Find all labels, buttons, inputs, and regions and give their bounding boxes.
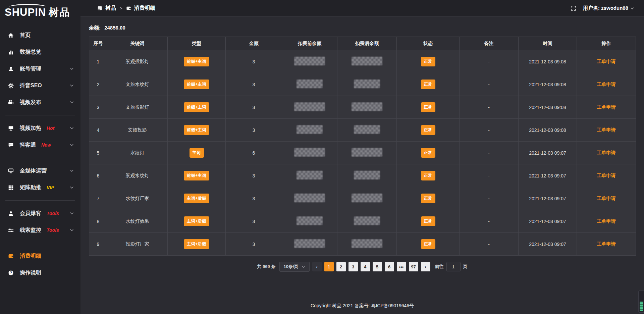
ticket-request-link[interactable]: 工单申请 xyxy=(597,150,616,155)
pagination: 共 969 条 10条/页 ‹ 123456•••97 › 前往 页 xyxy=(80,262,644,272)
sidebar-item-tag: Tools xyxy=(47,211,59,216)
cell-pre-balance xyxy=(282,164,337,187)
sidebar-item-matrix-boost[interactable]: 矩阵助推VIP xyxy=(0,179,80,196)
cell-remark: - xyxy=(460,96,519,119)
browser-extension-widget[interactable] xyxy=(638,291,644,313)
cell-keyword: 文旅投影 xyxy=(107,119,168,142)
page-button-1[interactable]: 1 xyxy=(324,262,334,271)
page-button-97[interactable]: 97 xyxy=(409,262,418,271)
column-header: 备注 xyxy=(460,37,519,50)
sidebar-item-label: 数据总览 xyxy=(20,49,41,56)
sidebar-item-douyin-seo[interactable]: 抖音SEO xyxy=(0,77,80,94)
type-badge: 前缀+主词 xyxy=(184,125,209,135)
cell-type: 主词+后缀 xyxy=(168,233,226,256)
cell-status: 正常 xyxy=(397,119,460,142)
cell-type: 主词+后缀 xyxy=(168,210,226,233)
sidebar-item-label: 消费明细 xyxy=(20,253,41,260)
sidebar-item-home[interactable]: 首页 xyxy=(0,27,80,44)
status-badge: 正常 xyxy=(421,171,435,180)
cell-pre-balance xyxy=(282,233,337,256)
cell-post-balance xyxy=(337,233,397,256)
cell-pre-balance xyxy=(282,73,337,96)
masked-balance-value xyxy=(352,148,382,157)
cell-keyword: 投影灯厂家 xyxy=(107,233,168,256)
cell-post-balance xyxy=(337,73,397,96)
ticket-request-link[interactable]: 工单申请 xyxy=(597,127,616,133)
ticket-request-link[interactable]: 工单申请 xyxy=(597,173,616,178)
cell-type: 前缀+主词 xyxy=(168,96,226,119)
cell-action: 工单申请 xyxy=(577,187,636,210)
topbar: 树品 > 消费明细 用户名: zswodun88 xyxy=(80,0,644,17)
chevron-down-icon xyxy=(69,211,74,216)
ticket-request-link[interactable]: 工单申请 xyxy=(597,59,616,64)
cell-remark: - xyxy=(460,73,519,96)
sidebar-item-member-baoke[interactable]: 会员爆客Tools xyxy=(0,205,80,222)
question-icon: ? xyxy=(8,270,14,276)
page-button-2[interactable]: 2 xyxy=(336,262,346,271)
chevron-down-icon xyxy=(69,125,74,131)
sidebar-item-clue-monitor[interactable]: 线索监控Tools xyxy=(0,222,80,239)
cell-status: 正常 xyxy=(397,73,460,96)
home-icon xyxy=(8,33,14,38)
status-badge: 正常 xyxy=(421,239,435,249)
sidebar-item-video-publish[interactable]: 视频发布 xyxy=(0,94,80,111)
sidebar-item-all-media-operation[interactable]: 全媒体运营 xyxy=(0,162,80,179)
masked-balance-value xyxy=(297,125,323,134)
sidebar-item-douketong[interactable]: 抖客通New xyxy=(0,137,80,153)
cell-remark: - xyxy=(460,210,519,233)
sidebar-item-consumption-detail[interactable]: 消费明细 xyxy=(0,248,80,264)
user-menu[interactable]: 用户名: zswodun88 xyxy=(583,5,635,11)
next-page-button[interactable]: › xyxy=(421,262,430,271)
sidebar-item-account-management[interactable]: 账号管理 xyxy=(0,60,80,77)
goto-suffix: 页 xyxy=(463,264,468,270)
sidebar-item-instructions[interactable]: ?操作说明 xyxy=(0,264,80,281)
table-row: 2文旅水纹灯前缀+主词3正常-2021-12-03 09:08工单申请 xyxy=(89,73,636,96)
type-badge: 前缀+主词 xyxy=(184,57,209,66)
ticket-request-link[interactable]: 工单申请 xyxy=(597,82,616,87)
cell-time: 2021-12-03 09:08 xyxy=(519,73,577,96)
cell-type: 前缀+主词 xyxy=(168,50,226,73)
ticket-request-link[interactable]: 工单申请 xyxy=(597,241,616,247)
goto-page-input[interactable] xyxy=(446,262,461,271)
cell-action: 工单申请 xyxy=(577,73,636,96)
ticket-request-link[interactable]: 工单申请 xyxy=(597,218,616,224)
bar-chart-icon xyxy=(8,49,14,55)
table-row: 6景观水纹灯前缀+主词3正常-2021-12-03 09:07工单申请 xyxy=(89,164,636,187)
chat-icon xyxy=(8,142,14,148)
table-header-row: 序号关键词类型金额扣费前余额扣费后余额状态备注时间操作 xyxy=(89,37,636,50)
prev-page-button[interactable]: ‹ xyxy=(312,262,322,271)
cell-post-balance xyxy=(337,50,397,73)
sidebar-item-video-heat[interactable]: 视频加热Hot xyxy=(0,120,80,137)
sidebar-item-data-overview[interactable]: 数据总览 xyxy=(0,44,80,60)
masked-balance-value xyxy=(294,148,325,157)
page-button-5[interactable]: 5 xyxy=(373,262,382,271)
page-button-3[interactable]: 3 xyxy=(348,262,358,271)
cell-index: 6 xyxy=(89,164,107,187)
sidebar-divider xyxy=(5,158,75,158)
cell-index: 5 xyxy=(89,142,107,164)
sidebar-item-label: 会员爆客 xyxy=(20,210,41,217)
balance: 余额: 24856.00 xyxy=(80,17,644,37)
page-ellipsis[interactable]: ••• xyxy=(397,262,406,271)
page-button-4[interactable]: 4 xyxy=(361,262,370,271)
wallet-icon xyxy=(126,6,131,11)
type-badge: 主词+后缀 xyxy=(184,194,209,203)
breadcrumb-home[interactable]: 树品 xyxy=(105,5,116,12)
fullscreen-icon[interactable] xyxy=(571,5,576,11)
cell-time: 2021-12-03 09:07 xyxy=(519,187,577,210)
status-badge: 正常 xyxy=(421,125,435,135)
page-button-6[interactable]: 6 xyxy=(385,262,394,271)
ticket-request-link[interactable]: 工单申请 xyxy=(597,104,616,110)
ticket-request-link[interactable]: 工单申请 xyxy=(597,196,616,201)
chevron-down-icon xyxy=(69,168,74,173)
sidebar-item-label: 操作说明 xyxy=(20,269,41,276)
table-row: 4文旅投影前缀+主词3正常-2021-12-03 09:08工单申请 xyxy=(89,119,636,142)
page-size-select[interactable]: 10条/页 xyxy=(279,262,309,272)
chevron-down-icon xyxy=(69,100,74,105)
logo-text-cn: 树品 xyxy=(49,6,70,19)
column-header: 关键词 xyxy=(107,37,168,50)
type-badge: 前缀+主词 xyxy=(184,171,209,180)
chevron-down-icon xyxy=(69,142,74,148)
cell-amount: 3 xyxy=(226,119,282,142)
cell-index: 1 xyxy=(89,50,107,73)
